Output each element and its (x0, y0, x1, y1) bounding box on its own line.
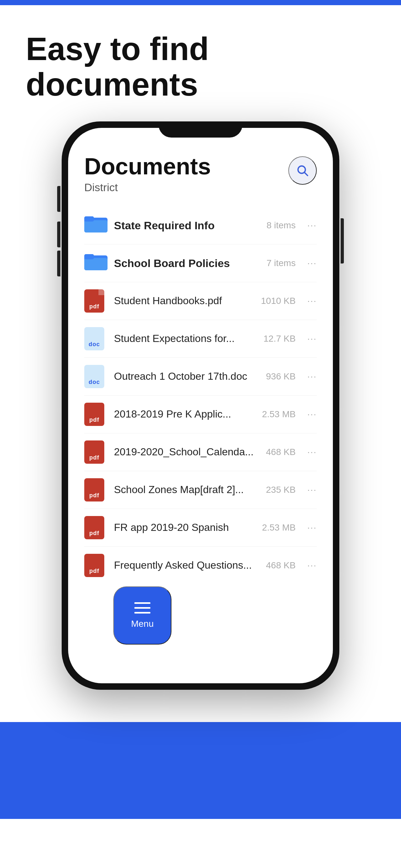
folder-icon (84, 214, 107, 237)
search-button[interactable] (288, 156, 317, 185)
item-name: 2018-2019 Pre K Applic... (114, 407, 255, 421)
menu-button[interactable]: Menu (113, 586, 172, 645)
menu-line (134, 602, 150, 604)
documents-header: Documents District (84, 154, 317, 194)
menu-line (134, 607, 150, 609)
svg-rect-7 (84, 254, 94, 259)
list-item[interactable]: pdf 2018-2019 Pre K Applic... 2.53 MB ··… (84, 396, 317, 433)
blue-background (0, 722, 401, 819)
item-meta: 7 items (266, 258, 296, 268)
item-name: Outreach 1 October 17th.doc (114, 370, 259, 383)
more-icon[interactable]: ··· (307, 220, 317, 230)
item-meta: 2.53 MB (262, 523, 296, 533)
more-icon[interactable]: ··· (307, 409, 317, 420)
item-meta: 2.53 MB (262, 409, 296, 420)
more-icon[interactable]: ··· (307, 334, 317, 344)
documents-title: Documents (84, 154, 211, 179)
phone-screen: Documents District (68, 128, 333, 683)
pdf-icon: pdf (84, 478, 107, 501)
pdf-icon: pdf (84, 289, 107, 313)
item-meta: 12.7 KB (264, 334, 296, 344)
list-item[interactable]: School Board Policies 7 items ··· (84, 244, 317, 282)
svg-rect-6 (84, 258, 107, 270)
list-item[interactable]: doc Student Expectations for... 12.7 KB … (84, 320, 317, 358)
list-item[interactable]: pdf FR app 2019-20 Spanish 2.53 MB ··· (84, 509, 317, 547)
list-item[interactable]: pdf Student Handbooks.pdf 1010 KB ··· (84, 282, 317, 320)
item-meta: 8 items (266, 220, 296, 230)
phone-mockup: Documents District (62, 121, 339, 690)
more-icon[interactable]: ··· (307, 523, 317, 533)
svg-rect-4 (84, 216, 94, 221)
item-name: School Board Policies (114, 256, 260, 270)
pdf-icon: pdf (84, 554, 107, 577)
menu-lines-icon (134, 602, 150, 614)
item-name: Frequently Asked Questions... (114, 559, 259, 572)
list-item[interactable]: doc Outreach 1 October 17th.doc 936 KB ·… (84, 358, 317, 396)
item-name: FR app 2019-20 Spanish (114, 521, 255, 534)
item-meta: 235 KB (266, 485, 296, 495)
page-headline: Easy to find documents (0, 5, 401, 121)
item-meta: 1010 KB (261, 296, 296, 306)
more-icon[interactable]: ··· (307, 447, 317, 457)
svg-rect-3 (84, 220, 107, 232)
item-meta: 936 KB (266, 371, 296, 382)
item-meta: 468 KB (266, 560, 296, 570)
item-name: School Zones Map[draft 2]... (114, 483, 259, 497)
svg-line-1 (305, 173, 308, 176)
page-background: Easy to find documents Documents Distric… (0, 5, 401, 868)
screen-content: Documents District (68, 128, 333, 683)
pdf-icon: pdf (84, 516, 107, 539)
menu-line (134, 612, 150, 614)
menu-label: Menu (131, 619, 154, 629)
item-name: 2019-2020_School_Calenda... (114, 445, 259, 459)
folder-icon (84, 252, 107, 275)
document-list: State Required Info 8 items ··· (84, 207, 317, 584)
documents-subtitle: District (84, 181, 211, 194)
phone-notch (158, 121, 243, 137)
more-icon[interactable]: ··· (307, 258, 317, 268)
item-name: Student Expectations for... (114, 332, 257, 345)
pdf-icon: pdf (84, 440, 107, 464)
more-icon[interactable]: ··· (307, 560, 317, 570)
item-name: State Required Info (114, 218, 260, 232)
item-meta: 468 KB (266, 447, 296, 457)
pdf-icon: pdf (84, 403, 107, 426)
more-icon[interactable]: ··· (307, 371, 317, 382)
list-item[interactable]: pdf School Zones Map[draft 2]... 235 KB … (84, 471, 317, 509)
list-item[interactable]: pdf Frequently Asked Questions... 468 KB… (84, 547, 317, 584)
item-name: Student Handbooks.pdf (114, 294, 254, 308)
doc-icon: doc (84, 327, 107, 350)
title-group: Documents District (84, 154, 211, 194)
list-item[interactable]: State Required Info 8 items ··· (84, 207, 317, 244)
bottom-decoration (0, 671, 401, 819)
search-icon (296, 164, 309, 177)
doc-icon: doc (84, 365, 107, 388)
list-item[interactable]: pdf 2019-2020_School_Calenda... 468 KB ·… (84, 433, 317, 471)
top-bar (0, 0, 401, 5)
phone-outer: Documents District (62, 121, 339, 690)
more-icon[interactable]: ··· (307, 485, 317, 495)
more-icon[interactable]: ··· (307, 296, 317, 306)
